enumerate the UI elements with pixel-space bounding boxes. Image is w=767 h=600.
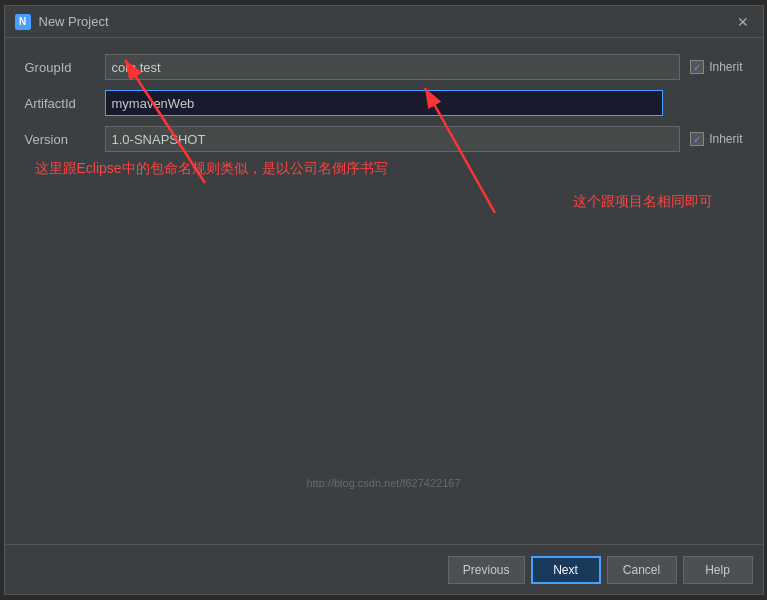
annotation-right: 这个跟项目名相同即可 [573,193,713,211]
title-bar: N New Project ✕ [5,6,763,38]
groupid-row: GroupId Inherit [25,54,743,80]
groupid-inherit-label: Inherit [709,60,742,74]
artifactid-input[interactable] [105,90,663,116]
groupid-input[interactable] [105,54,681,80]
version-inherit: Inherit [690,132,742,146]
dialog-icon: N [15,14,31,30]
bottom-bar: Previous Next Cancel Help [5,544,763,594]
title-bar-left: N New Project [15,14,109,30]
groupid-inherit-checkbox[interactable] [690,60,704,74]
previous-button[interactable]: Previous [448,556,525,584]
dialog-content: GroupId Inherit ArtifactId Version Inher… [5,38,763,544]
groupid-inherit: Inherit [690,60,742,74]
cancel-button[interactable]: Cancel [607,556,677,584]
artifactid-row: ArtifactId [25,90,743,116]
annotation-left: 这里跟Eclipse中的包命名规则类似，是以公司名倒序书写 [35,158,388,179]
version-inherit-checkbox[interactable] [690,132,704,146]
close-button[interactable]: ✕ [733,12,753,32]
artifactid-label: ArtifactId [25,96,105,111]
groupid-label: GroupId [25,60,105,75]
watermark: http://blog.csdn.net/f627422167 [306,477,460,489]
next-button[interactable]: Next [531,556,601,584]
dialog-title: New Project [39,14,109,29]
version-input[interactable] [105,126,681,152]
help-button[interactable]: Help [683,556,753,584]
new-project-dialog: N New Project ✕ GroupId Inherit Artifact… [4,5,764,595]
version-row: Version Inherit [25,126,743,152]
version-inherit-label: Inherit [709,132,742,146]
version-label: Version [25,132,105,147]
